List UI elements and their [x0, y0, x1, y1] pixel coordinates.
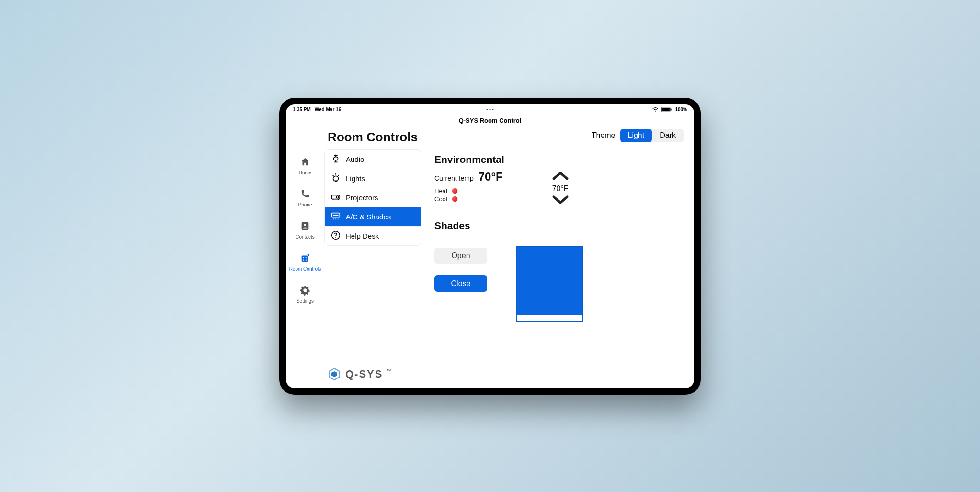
- shade-fill: [517, 247, 582, 316]
- theme-light-button[interactable]: Light: [620, 129, 652, 142]
- menu-item-audio[interactable]: Audio: [325, 150, 421, 169]
- status-battery: 100%: [675, 107, 687, 112]
- help-icon: [330, 230, 341, 242]
- screen: 1:35 PM Wed Mar 16 100% Q-SYS Room Contr…: [286, 104, 694, 388]
- svg-point-0: [655, 110, 656, 111]
- heat-indicator-icon: [452, 188, 457, 194]
- menu-item-lights[interactable]: Lights: [325, 169, 421, 188]
- svg-rect-3: [671, 108, 672, 110]
- nav-label-phone: Phone: [298, 202, 312, 207]
- nav-label-home: Home: [299, 170, 312, 175]
- contacts-icon: [300, 221, 310, 232]
- nav-item-settings[interactable]: Settings: [296, 285, 314, 304]
- svg-point-9: [303, 259, 304, 260]
- wifi-icon: [652, 107, 659, 112]
- theme-label: Theme: [592, 131, 615, 140]
- current-temp-label: Current temp: [434, 174, 474, 182]
- ac-shades-icon: [330, 211, 341, 223]
- current-temp-value: 70°F: [479, 170, 503, 183]
- menu-item-projectors[interactable]: Projectors: [325, 188, 421, 207]
- battery-icon: [661, 107, 672, 112]
- svg-point-15: [335, 237, 336, 238]
- sidebar-panel: Room Controls Audio Lights: [324, 128, 425, 388]
- svg-marker-17: [331, 371, 337, 377]
- nav-rail: Home Phone Contacts: [286, 128, 324, 388]
- theme-segmented: Light Dark: [620, 129, 684, 142]
- room-controls-icon: [300, 253, 310, 264]
- heat-label: Heat: [434, 187, 447, 195]
- status-date: Wed Mar 16: [315, 107, 341, 112]
- nav-label-room-controls: Room Controls: [289, 266, 321, 272]
- menu-label-projectors: Projectors: [346, 194, 378, 202]
- nav-label-settings: Settings: [296, 298, 314, 304]
- tablet-frame: 1:35 PM Wed Mar 16 100% Q-SYS Room Contr…: [279, 98, 701, 395]
- temp-up-button[interactable]: [551, 170, 570, 183]
- svg-point-5: [304, 223, 307, 226]
- brand-logo: Q-SYS ™: [324, 362, 421, 383]
- environmental-title: Environmental: [434, 154, 684, 165]
- multitasking-dots[interactable]: [487, 109, 494, 110]
- home-icon: [300, 157, 310, 168]
- panel-title: Room Controls: [324, 131, 421, 144]
- nav-item-contacts[interactable]: Contacts: [296, 221, 314, 240]
- svg-rect-4: [302, 222, 309, 230]
- menu-list: Audio Lights Projectors: [324, 149, 421, 246]
- shades-title: Shades: [434, 220, 684, 231]
- phone-icon: [300, 189, 310, 200]
- menu-item-ac-shades[interactable]: A/C & Shades: [325, 207, 421, 227]
- main-area: Theme Light Dark Environmental Current t…: [425, 128, 694, 388]
- svg-rect-6: [302, 255, 308, 262]
- projector-icon: [330, 192, 341, 204]
- svg-point-12: [336, 196, 339, 198]
- brand-logo-text: Q-SYS: [345, 368, 383, 380]
- qsys-logo-icon: [327, 367, 342, 381]
- lights-icon: [330, 172, 341, 184]
- menu-label-ac-shades: A/C & Shades: [346, 213, 391, 221]
- temp-setpoint: 70°F: [552, 184, 569, 193]
- cool-label: Cool: [434, 195, 447, 203]
- nav-label-contacts: Contacts: [296, 234, 314, 240]
- theme-dark-button[interactable]: Dark: [652, 129, 684, 142]
- menu-label-audio: Audio: [346, 155, 364, 163]
- svg-point-10: [306, 259, 307, 260]
- menu-item-help-desk[interactable]: Help Desk: [325, 227, 421, 245]
- app-title: Q-SYS Room Control: [286, 115, 694, 128]
- nav-item-room-controls[interactable]: Room Controls: [289, 253, 321, 272]
- status-bar: 1:35 PM Wed Mar 16 100%: [286, 104, 694, 115]
- audio-icon: [330, 153, 341, 165]
- menu-label-help-desk: Help Desk: [346, 232, 379, 240]
- cool-indicator-icon: [452, 196, 457, 202]
- temp-down-button[interactable]: [551, 195, 570, 207]
- menu-label-lights: Lights: [346, 174, 365, 183]
- nav-item-phone[interactable]: Phone: [298, 189, 312, 207]
- gear-icon: [300, 285, 310, 297]
- temp-stepper: 70°F: [551, 170, 570, 207]
- shade-position-visual[interactable]: [516, 246, 583, 322]
- status-time: 1:35 PM: [293, 107, 311, 112]
- shades-open-button[interactable]: Open: [434, 248, 487, 264]
- svg-point-8: [306, 257, 307, 258]
- nav-item-home[interactable]: Home: [299, 157, 312, 175]
- svg-rect-2: [662, 108, 670, 111]
- theme-switcher: Theme Light Dark: [592, 129, 684, 142]
- shades-close-button[interactable]: Close: [434, 275, 487, 292]
- svg-point-7: [303, 257, 304, 258]
